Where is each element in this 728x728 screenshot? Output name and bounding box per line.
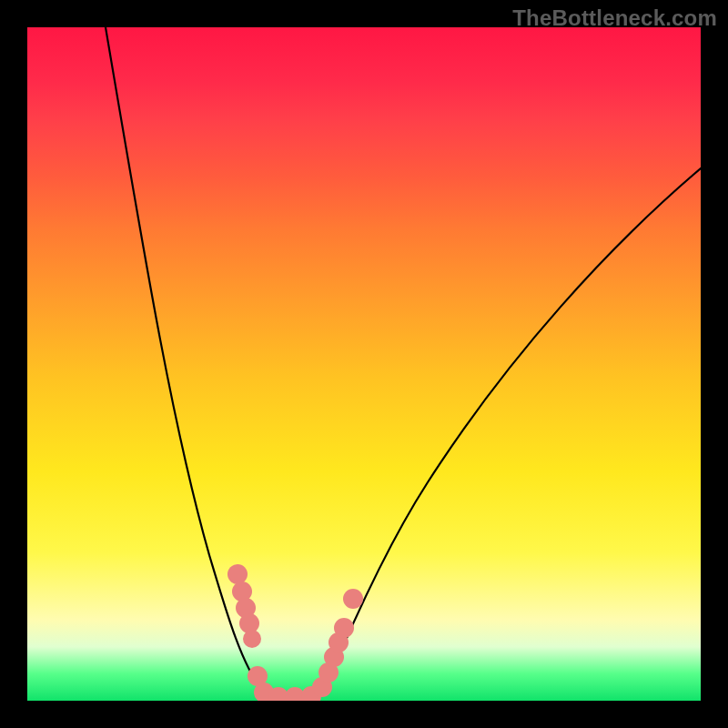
watermark-text: TheBottleneck.com [512,5,717,31]
marker-group [228,564,363,701]
bottleneck-curve-right [311,168,701,700]
data-marker [228,564,248,584]
data-marker [243,630,261,648]
data-marker [334,618,354,638]
chart-plot-area [27,27,701,701]
data-marker [343,589,363,609]
chart-svg [27,27,701,701]
